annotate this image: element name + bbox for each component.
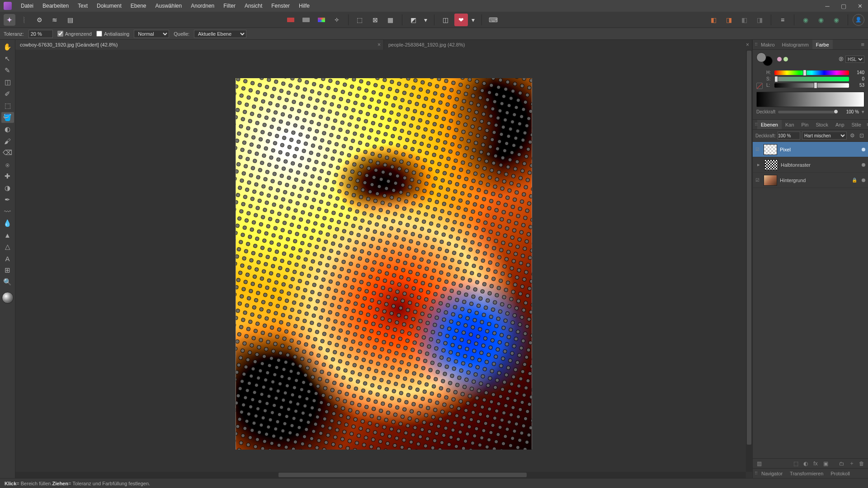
- doc-tab-1[interactable]: cowboy-67630_1920.jpg [Geändert] (42.8%)…: [15, 40, 384, 50]
- tab-histogramm[interactable]: Histogramm: [778, 40, 812, 49]
- tolerance-input[interactable]: [28, 30, 53, 38]
- tab-transformieren[interactable]: Transformieren: [786, 471, 827, 476]
- crop-icon[interactable]: ◫: [439, 14, 453, 26]
- arrange-bwd-icon[interactable]: ◨: [753, 14, 766, 26]
- menu-bearbeiten[interactable]: Bearbeiten: [38, 0, 73, 12]
- color-panel-menu[interactable]: ≡: [859, 41, 866, 48]
- text-tool[interactable]: A: [1, 253, 14, 264]
- tab-makro[interactable]: Makro: [757, 40, 778, 49]
- menu-datei[interactable]: Datei: [16, 0, 38, 12]
- layer-live-icon[interactable]: fx: [812, 460, 819, 467]
- tab-kanaele[interactable]: Kan: [782, 120, 798, 129]
- menu-filter[interactable]: Filter: [219, 0, 240, 12]
- eyedrop-icon[interactable]: ⦿: [839, 56, 844, 62]
- layer-opts-gear-icon[interactable]: ⚙: [849, 132, 856, 139]
- menu-auswaehlen[interactable]: Auswählen: [151, 0, 186, 12]
- swatch-grey-icon[interactable]: [299, 14, 313, 26]
- layer-group-icon[interactable]: 🗀: [838, 460, 845, 467]
- layer-hintergrund[interactable]: ☑ Hintergrund 🔒: [753, 173, 868, 188]
- opacity-dropdown-icon[interactable]: ▾: [862, 109, 864, 115]
- crop-tool[interactable]: ◫: [1, 77, 14, 88]
- maximize-button[interactable]: ▢: [835, 0, 852, 12]
- layer-blend-select[interactable]: Hart mischen: [802, 131, 847, 140]
- mesh-tool[interactable]: ⊞: [1, 265, 14, 276]
- layer-mask-icon[interactable]: ▥: [755, 460, 763, 467]
- gradient-tool[interactable]: ◐: [1, 124, 14, 135]
- horizontal-scrollbar[interactable]: [15, 472, 746, 478]
- layer-visible-dot[interactable]: [862, 178, 865, 182]
- layer-opacity-input[interactable]: [778, 131, 800, 140]
- doc-tab-1-close[interactable]: ×: [377, 42, 381, 48]
- flood-fill-tool[interactable]: 🪣: [1, 112, 14, 123]
- deselect-icon[interactable]: ⊠: [368, 14, 382, 26]
- layer-visibility-icon[interactable]: ☑: [755, 178, 761, 183]
- sharpen-tool[interactable]: ▲: [1, 230, 14, 240]
- tab-anpassung[interactable]: Anp: [832, 120, 848, 129]
- blur-tool[interactable]: 💧: [1, 218, 14, 229]
- persona-tone[interactable]: ≋: [48, 14, 61, 26]
- arrange-back-icon[interactable]: ◨: [722, 14, 736, 26]
- quickmask-button[interactable]: ◩: [407, 14, 420, 26]
- menu-fenster[interactable]: Fenster: [267, 0, 294, 12]
- autolevels-icon[interactable]: ✧: [330, 14, 344, 26]
- shape-tool[interactable]: △: [1, 241, 14, 252]
- marquee-tool[interactable]: ⬚: [1, 100, 14, 111]
- assistant-toggle[interactable]: ❤: [454, 14, 468, 26]
- canvas[interactable]: [15, 50, 752, 478]
- layer-expand-icon[interactable]: ▸: [755, 162, 762, 168]
- swatch-red-icon[interactable]: [284, 14, 297, 26]
- layer-add-icon[interactable]: ＋: [848, 460, 855, 467]
- tab-stock[interactable]: Stock: [812, 120, 832, 129]
- contiguous-checkbox[interactable]: Angrenzend: [57, 31, 92, 37]
- persona-develop[interactable]: ⚙: [33, 14, 46, 26]
- dodge-tool[interactable]: ◑: [1, 183, 14, 193]
- no-color-icon[interactable]: [756, 83, 763, 89]
- menu-dokument[interactable]: Dokument: [92, 0, 126, 12]
- tab-pinsel[interactable]: Pin: [798, 120, 812, 129]
- align-button[interactable]: ≡: [776, 14, 789, 26]
- arrange-fwd-icon[interactable]: ◧: [737, 14, 751, 26]
- layers-panel-menu[interactable]: ≡: [865, 121, 868, 128]
- layer-adjust-icon[interactable]: ◐: [802, 460, 809, 467]
- persona-liquify[interactable]: ⦚: [17, 14, 31, 26]
- sync-2-icon[interactable]: ◉: [814, 14, 828, 26]
- panel-grip-icon[interactable]: ⠿: [755, 471, 758, 476]
- persona-export[interactable]: ▤: [63, 14, 77, 26]
- pen-tool[interactable]: ✒: [1, 194, 14, 205]
- persona-photo[interactable]: ✦: [4, 14, 15, 26]
- foreground-color-swatch[interactable]: [2, 292, 14, 304]
- heal-tool[interactable]: ✚: [1, 171, 14, 182]
- lig-slider[interactable]: [774, 83, 849, 88]
- layer-visible-dot[interactable]: [862, 148, 865, 151]
- layer-halbtonraster[interactable]: ▸ Halbtonraster: [753, 157, 868, 173]
- source-select[interactable]: Aktuelle Ebene: [194, 30, 246, 38]
- hue-slider[interactable]: [774, 70, 849, 75]
- doc-tab-2[interactable]: people-2583848_1920.jpg (42.8%) ×: [384, 40, 752, 50]
- tab-farbe[interactable]: Farbe: [812, 40, 833, 49]
- close-button[interactable]: ✕: [852, 0, 868, 12]
- layer-opts-more-icon[interactable]: ⊡: [858, 132, 865, 139]
- layer-mask2-icon[interactable]: ▣: [822, 460, 829, 467]
- color-model-select[interactable]: HSL: [845, 56, 864, 63]
- quickmask-dropdown[interactable]: ▾: [422, 14, 429, 26]
- hand-tool[interactable]: ✋: [1, 42, 14, 52]
- swatch-rainbow-icon[interactable]: [315, 14, 328, 26]
- sat-slider[interactable]: [774, 77, 849, 81]
- account-icon[interactable]: 👤: [853, 14, 864, 26]
- layer-pixel[interactable]: ☑ Pixel: [753, 142, 868, 157]
- opacity-slider[interactable]: [778, 111, 838, 113]
- menu-ebene[interactable]: Ebene: [126, 0, 151, 12]
- tab-protokoll[interactable]: Protokoll: [827, 471, 854, 476]
- menu-anordnen[interactable]: Anordnen: [186, 0, 219, 12]
- smudge-tool[interactable]: 〰: [1, 206, 14, 217]
- menu-text[interactable]: Text: [73, 0, 92, 12]
- arrange-front-icon[interactable]: ◧: [707, 14, 720, 26]
- sync-1-icon[interactable]: ◉: [799, 14, 812, 26]
- color-gradient-strip[interactable]: [756, 92, 864, 107]
- erase-tool[interactable]: ⌫: [1, 147, 14, 158]
- doc-tab-2-close[interactable]: ×: [746, 42, 749, 48]
- layer-fx-icon[interactable]: ⬚: [792, 460, 799, 467]
- lock-icon[interactable]: 🔒: [852, 178, 857, 183]
- brush-tool[interactable]: 🖌: [1, 136, 14, 146]
- invert-select-icon[interactable]: ▦: [384, 14, 397, 26]
